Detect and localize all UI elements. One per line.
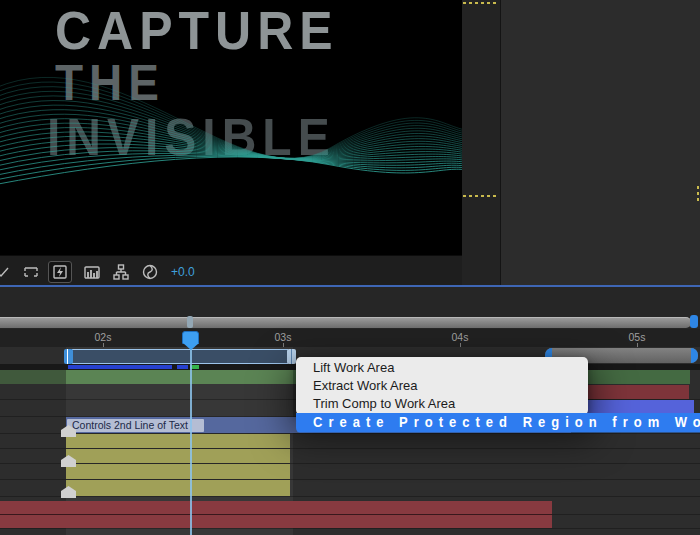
composition-canvas[interactable]: CAPTURE THE INVISIBLE xyxy=(0,0,462,255)
menu-item-create-protected-region-from-work-area[interactable]: Create Protected Region from Work Area xyxy=(296,413,700,432)
shutter-icon[interactable] xyxy=(141,263,159,281)
headline-line-2: THE xyxy=(55,58,165,108)
time-ruler[interactable]: 02s03s04s05s xyxy=(0,329,700,347)
region-of-interest-icon[interactable] xyxy=(22,263,40,281)
work-area-start-handle[interactable] xyxy=(64,349,73,364)
layer-label-chip[interactable]: Controls 2nd Line of Text xyxy=(67,419,204,432)
layer-bar-bottom-red-1[interactable] xyxy=(0,501,552,514)
playhead-line[interactable] xyxy=(190,349,192,535)
ruler-label: 05s xyxy=(617,331,657,343)
layer-bar-green-dim[interactable] xyxy=(0,370,66,384)
layer-bar-olive[interactable] xyxy=(66,449,290,463)
row-separator xyxy=(0,528,700,529)
layer-bar-olive[interactable] xyxy=(66,434,290,448)
headline-line-3: INVISIBLE xyxy=(47,112,336,164)
empty-side-panel xyxy=(501,0,700,287)
work-area-bar[interactable] xyxy=(72,349,288,364)
work-area-end-handle[interactable] xyxy=(287,349,296,364)
check-icon[interactable] xyxy=(0,263,11,281)
row-separator xyxy=(0,514,700,515)
timeline-header-strip xyxy=(0,287,700,315)
mini-bar-blue-1[interactable] xyxy=(68,365,172,369)
exposure-value[interactable]: +0.0 xyxy=(171,265,195,279)
layer-handle-dash-bottom xyxy=(463,195,499,197)
layer-bar-green[interactable] xyxy=(66,370,293,384)
viewer-toolbar: +0.0 xyxy=(0,255,462,287)
navigator-playhead-nub[interactable] xyxy=(187,316,193,328)
histogram-icon[interactable] xyxy=(83,263,101,281)
menu-item-extract-work-area[interactable]: Extract Work Area xyxy=(296,377,588,395)
mini-bar-blue-2[interactable] xyxy=(177,365,188,369)
ruler-label: 02s xyxy=(83,331,123,343)
headline-line-1: CAPTURE xyxy=(55,4,339,58)
layer-handle-dash-top xyxy=(463,2,499,4)
flowchart-icon[interactable] xyxy=(112,263,130,281)
viewer-gutter xyxy=(462,0,500,287)
live-update-icon[interactable] xyxy=(48,261,72,283)
ruler-label: 03s xyxy=(263,331,303,343)
navigator-end-handle[interactable] xyxy=(690,315,698,328)
menu-item-lift-work-area[interactable]: Lift Work Area xyxy=(296,359,588,377)
layer-bar-olive[interactable] xyxy=(66,464,290,479)
marker-out-handle[interactable] xyxy=(691,348,698,363)
time-navigator-bar[interactable] xyxy=(0,317,691,328)
row-separator xyxy=(0,496,700,497)
after-effects-app: CAPTURE THE INVISIBLE +0.0 xyxy=(0,0,700,535)
layer-bar-olive[interactable] xyxy=(66,480,290,496)
work-area-context-menu: Lift Work AreaExtract Work AreaTrim Comp… xyxy=(296,357,588,415)
ruler-label: 04s xyxy=(440,331,480,343)
playhead-point xyxy=(183,343,199,350)
playhead-handle[interactable] xyxy=(182,331,199,351)
layer-handle-dash-right xyxy=(697,186,699,201)
layer-bar-bottom-red-2[interactable] xyxy=(0,515,552,528)
menu-item-trim-comp-to-work-area[interactable]: Trim Comp to Work Area xyxy=(296,395,588,413)
